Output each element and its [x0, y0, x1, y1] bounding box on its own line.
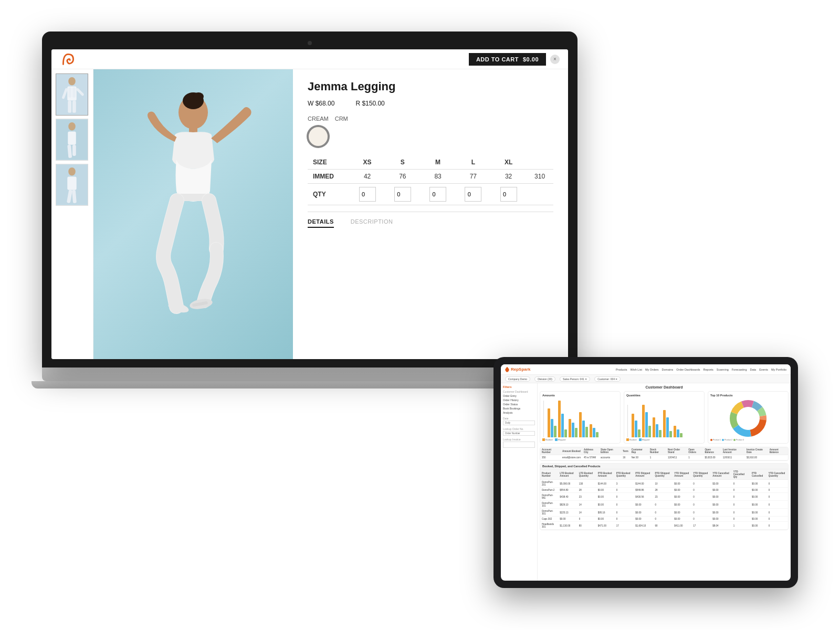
cell-cust-rep: 1: [648, 455, 666, 460]
immed-total: 310: [526, 170, 553, 184]
donut-legend-3: Product 3: [733, 439, 744, 441]
filter-company[interactable]: Company Demo: [505, 376, 530, 382]
legend-booked-dot: [542, 438, 545, 441]
cell-address: 45 w STAM: [582, 455, 599, 460]
thumb-3-image: [56, 164, 88, 206]
nav-order-dashboards[interactable]: Order Dashboards: [676, 368, 700, 371]
bar-4-b: [582, 421, 585, 437]
tab-description[interactable]: DESCRIPTION: [351, 218, 393, 228]
immed-l: 77: [456, 170, 491, 184]
svg-rect-13: [72, 145, 76, 156]
nav-reports[interactable]: Reports: [704, 368, 713, 371]
booked-row-2: DemoPart-2$554.8028 $0.000$548.86 28$0.0…: [540, 488, 788, 493]
color-swatch-cream[interactable]: [308, 126, 329, 147]
tablet-main-area: Filters Customer Dashboard Order Entry O…: [501, 383, 791, 581]
col-ptd-cancelled: PTD Cancelled: [750, 469, 767, 480]
bar-5-c: [596, 432, 598, 437]
add-to-cart-label: ADD TO CART: [476, 56, 519, 62]
col-ltd-booked-amt: LTD Booked Amount: [558, 469, 577, 480]
filter-sales-person[interactable]: Sales Person: 041 ✕: [560, 376, 590, 382]
sidebar-book-bookings[interactable]: Book Bookings: [503, 406, 535, 411]
size-s: S: [385, 155, 420, 170]
bar-5-a: [590, 424, 592, 437]
immed-xs: 42: [350, 170, 385, 184]
booked-row-7: Headbands 301$1,130.0080 $471.0017$1,604…: [540, 522, 788, 530]
bar-4-a: [579, 412, 582, 437]
sidebar-invoice-input[interactable]: [503, 442, 535, 448]
tab-details[interactable]: DETAILS: [308, 218, 334, 228]
nav-events[interactable]: Events: [759, 368, 768, 371]
thumbnail-2[interactable]: [56, 119, 88, 161]
nav-wishlist[interactable]: Wish List: [631, 368, 642, 371]
cell-edition: 16: [621, 455, 630, 460]
cell-next-order: 1: [687, 455, 703, 460]
nav-forecasting[interactable]: Forecasting: [732, 368, 747, 371]
qty-xs-input[interactable]: [359, 187, 376, 202]
flame-icon: [505, 367, 509, 372]
booked-shipped-section: Booked, Shipped, and Cancelled Products …: [540, 463, 789, 530]
nav-domains[interactable]: Domains: [662, 368, 674, 371]
bar-3-a: [569, 419, 571, 437]
sidebar-order-number-input[interactable]: Order Number: [503, 431, 535, 436]
thumbnail-sidebar: [51, 69, 93, 359]
svg-rect-8: [72, 101, 76, 113]
sidebar-order-status[interactable]: Order Status: [503, 402, 535, 406]
logo-icon: [60, 51, 77, 68]
close-button[interactable]: ×: [550, 55, 560, 64]
nav-scanning[interactable]: Scanning: [717, 368, 729, 371]
qty-bar-4: [663, 410, 672, 437]
svg-point-10: [68, 122, 76, 130]
thumbnail-3[interactable]: [56, 164, 88, 206]
qty-xl-cell: [491, 184, 526, 205]
qty-l-input[interactable]: [465, 187, 481, 202]
color-labels: CREAM CRM: [308, 116, 553, 122]
bar-3-c: [575, 428, 578, 437]
topbar-right: ADD TO CART $0.00 ×: [469, 53, 560, 66]
repspark-logo: RepSpark: [505, 367, 530, 372]
size-m: M: [420, 155, 455, 170]
sidebar-analysis[interactable]: Analysis: [503, 411, 535, 415]
nav-my-orders[interactable]: My Orders: [645, 368, 659, 371]
filter-customer[interactable]: Customer: 004 ✕: [594, 376, 621, 382]
legend-shipped: Shipped: [555, 438, 566, 441]
qty-total-cell: [526, 184, 553, 205]
sidebar-lookup-label: Lookup Order No.: [503, 427, 535, 430]
cell-state: accounts: [599, 455, 621, 460]
tablet-body: RepSpark Products Wish List My Orders Do…: [494, 357, 798, 588]
qty-s-input[interactable]: [394, 187, 411, 202]
immed-s: 76: [385, 170, 420, 184]
nav-products[interactable]: Products: [616, 368, 627, 371]
qty-xl-input[interactable]: [500, 187, 517, 202]
qty-m-input[interactable]: [429, 187, 446, 202]
sidebar-order-entry[interactable]: Order Entry: [503, 394, 535, 398]
add-to-cart-button[interactable]: ADD TO CART $0.00: [469, 53, 546, 66]
laptop: ADD TO CART $0.00 ×: [42, 32, 578, 410]
col-amount-booked: Amount Booked: [561, 447, 582, 455]
amounts-chart-area: [542, 398, 618, 437]
nav-my-portfolio[interactable]: My Portfolio: [771, 368, 786, 371]
sidebar-order-history[interactable]: Order History: [503, 398, 535, 402]
sidebar-date-select[interactable]: Daily: [503, 421, 535, 425]
size-l: L: [456, 155, 491, 170]
quantities-chart: Quantities: [624, 391, 705, 444]
color-code: CRM: [335, 116, 348, 122]
col-last-invoice: Last Invoice Amount: [721, 447, 745, 455]
product-tabs: DETAILS DESCRIPTION: [308, 212, 553, 228]
qty-label: QTY: [308, 184, 350, 205]
svg-point-1: [68, 77, 76, 85]
col-ptd-shipped-qty: PTD Shipped Quantity: [653, 469, 673, 480]
tablet-sidebar: Filters Customer Dashboard Order Entry O…: [501, 383, 538, 581]
laptop-camera: [308, 41, 312, 45]
tablet-filter-row: Company Demo Division (20) Sales Person:…: [501, 375, 791, 383]
qty-legend-booked: Booked: [626, 438, 637, 441]
cart-price: $0.00: [523, 56, 539, 62]
bar-2-c: [564, 429, 567, 437]
retail-price: R $150.00: [355, 100, 384, 107]
donut-chart-svg: [730, 400, 766, 437]
filter-division[interactable]: Division (20): [534, 376, 555, 382]
thumbnail-1[interactable]: [56, 74, 88, 116]
tablet-content: RepSpark Products Wish List My Orders Do…: [501, 364, 791, 581]
qty-xs-cell: [350, 184, 385, 205]
size-col-header: SIZE: [308, 155, 350, 170]
nav-data[interactable]: Data: [750, 368, 757, 371]
